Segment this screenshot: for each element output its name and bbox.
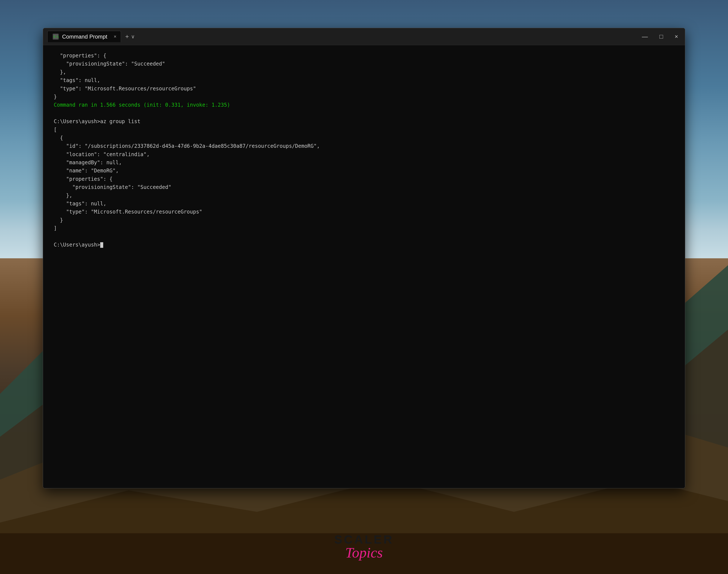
line-2: "provisioningState": "Succeeded"	[54, 61, 165, 67]
terminal-content[interactable]: "properties": { "provisioningState": "Su…	[43, 45, 685, 488]
line-obj-close: }	[54, 217, 63, 223]
line-5: "type": "Microsoft.Resources/resourceGro…	[54, 86, 196, 92]
tab-close-button[interactable]: ×	[114, 34, 117, 39]
logo-topics: Topics	[334, 544, 394, 561]
cursor	[100, 242, 103, 248]
line-tags: "tags": null,	[54, 201, 106, 207]
active-tab[interactable]: C:\ Command Prompt ×	[47, 31, 121, 42]
line-obj-open: {	[54, 135, 63, 141]
line-location: "location": "centralindia",	[54, 152, 150, 157]
terminal-icon: C:\	[52, 33, 59, 40]
new-tab-button[interactable]: +	[125, 33, 129, 40]
line-timing: Command ran in 1.566 seconds (init: 0.33…	[54, 102, 230, 108]
title-bar: C:\ Command Prompt × + ∨ — □ ×	[43, 28, 685, 45]
line-type: "type": "Microsoft.Resources/resourceGro…	[54, 209, 202, 215]
terminal-window-wrapper: C:\ Command Prompt × + ∨ — □ × "properti…	[43, 28, 685, 488]
line-prompt: C:\Users\ayush>	[54, 242, 103, 248]
line-id: "id": "/subscriptions/2337862d-d45a-47d6…	[54, 143, 320, 149]
window-controls: — □ ×	[639, 32, 681, 41]
tab-area: C:\ Command Prompt × + ∨	[47, 31, 639, 42]
line-name: "name": "DemoRG",	[54, 168, 119, 174]
line-managedby: "managedBy": null,	[54, 160, 122, 166]
terminal-output: "properties": { "provisioningState": "Su…	[54, 52, 674, 249]
line-4: "tags": null,	[54, 77, 100, 83]
line-props-close: },	[54, 193, 72, 199]
minimize-button[interactable]: —	[639, 32, 650, 41]
tab-dropdown-button[interactable]: ∨	[131, 34, 135, 40]
terminal-window: C:\ Command Prompt × + ∨ — □ × "properti…	[43, 28, 685, 488]
line-cmd: C:\Users\ayush>az group list	[54, 118, 140, 124]
line-3: },	[54, 69, 66, 75]
svg-text:C:\: C:\	[53, 35, 59, 38]
line-prov: "provisioningState": "Succeeded"	[54, 184, 171, 190]
logo-area: SCALER Topics	[334, 532, 394, 561]
line-bracket-close: ]	[54, 225, 57, 231]
line-bracket-open: [	[54, 127, 57, 133]
line-1: "properties": {	[54, 53, 106, 59]
close-button[interactable]: ×	[672, 32, 681, 41]
line-6: }	[54, 94, 57, 100]
tab-title: Command Prompt	[62, 33, 107, 40]
line-props: "properties": {	[54, 176, 113, 182]
maximize-button[interactable]: □	[657, 32, 666, 41]
